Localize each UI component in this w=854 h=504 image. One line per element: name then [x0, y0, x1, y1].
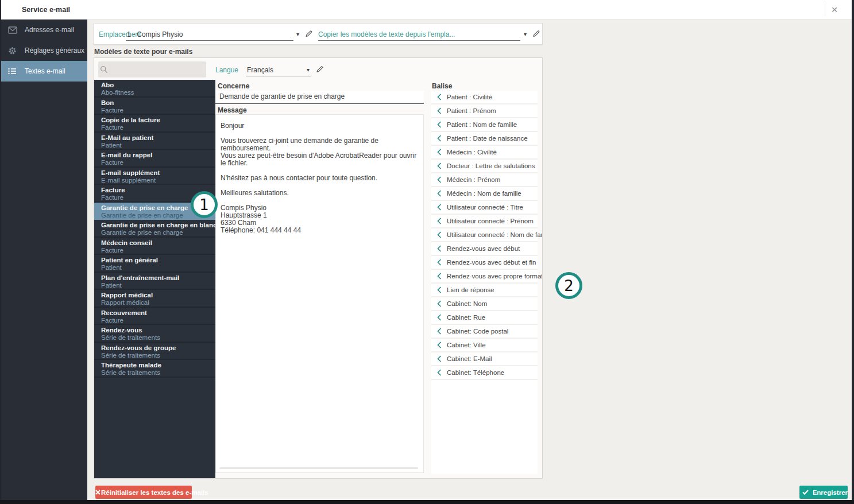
template-list-item[interactable]: Copie de la facture Facture: [94, 115, 215, 133]
balise-item[interactable]: Rendez-vous avec début et fin: [431, 256, 538, 270]
chevron-left-icon: [437, 328, 442, 335]
save-button-label: Enregistrer: [813, 489, 848, 496]
chevron-left-icon: [437, 355, 442, 362]
langue-dropdown[interactable]: Français: [247, 66, 273, 74]
chevron-left-icon: [437, 286, 442, 293]
template-list-item[interactable]: Rendez-vous Série de traitements: [94, 325, 215, 343]
cross-icon: [95, 488, 101, 497]
balise-label: Lien de réponse: [447, 286, 494, 293]
chevron-down-icon[interactable]: ▾: [307, 67, 310, 73]
balise-item[interactable]: Utilisateur connecté : Prénom: [431, 215, 538, 228]
template-title: Médecin conseil: [101, 239, 215, 247]
search-input[interactable]: [110, 61, 206, 77]
template-list-item[interactable]: Plan d'entraînement-mail Patient: [94, 273, 215, 290]
template-subtitle: Patient: [101, 282, 215, 289]
balise-item[interactable]: Cabinet: Nom: [431, 297, 538, 311]
balise-item[interactable]: Cabinet: E-Mail: [431, 352, 538, 366]
template-subtitle: E-mail supplément: [101, 177, 215, 184]
balise-label: Cabinet: Téléphone: [447, 369, 504, 376]
template-list-item[interactable]: Rendez-vous de groupe Série de traitemen…: [94, 343, 215, 360]
balise-label: Cabinet: Nom: [447, 300, 487, 307]
balise-label: Docteur : Lettre de salutations: [447, 162, 535, 169]
search-icon: [98, 64, 110, 75]
annotation-circle-2: 2: [555, 272, 582, 299]
balise-item[interactable]: Cabinet: Rue: [431, 311, 538, 325]
balise-item[interactable]: Rendez-vous avec propre format: [431, 270, 538, 284]
message-editor[interactable]: Bonjour Vous trouverez ci-joint une dema…: [215, 114, 424, 473]
emplacement-dropdown[interactable]: 1 - Compis Physio: [127, 30, 183, 38]
balise-item[interactable]: Patient : Nom de famille: [431, 118, 538, 132]
balise-item[interactable]: Patient : Date de naissance: [431, 132, 538, 146]
balise-item[interactable]: Patient : Prénom: [431, 104, 538, 118]
balise-label: Patient : Civilité: [447, 94, 492, 100]
sidebar-item-adresses-email[interactable]: Adresses e-mail: [0, 20, 87, 40]
template-list-item[interactable]: Rapport médical Rapport médical: [94, 290, 215, 308]
edit-pencil-icon[interactable]: [305, 30, 312, 37]
template-title: Garantie de prise en charge en blanc: [101, 222, 215, 229]
balise-item[interactable]: Patient : Civilité: [431, 91, 538, 104]
langue-label: Langue: [215, 66, 238, 74]
sidebar-item-reglages-generaux[interactable]: Réglages généraux: [0, 40, 87, 61]
template-list-item[interactable]: Recouvrement Facture: [94, 308, 215, 325]
balise-label: Cabinet: Ville: [447, 342, 486, 348]
balise-label: Utilisateur connecté : Titre: [447, 204, 523, 211]
template-list-item[interactable]: Médecin conseil Facture: [94, 238, 215, 255]
template-list-item[interactable]: E-mail du rappel Facture: [94, 150, 215, 168]
chevron-left-icon: [437, 231, 442, 238]
chevron-left-icon: [437, 135, 442, 142]
template-title: Copie de la facture: [101, 117, 215, 124]
balise-item[interactable]: Cabinet: Code postal: [431, 325, 538, 339]
reset-email-texts-button[interactable]: Réinitialiser les textes des e-mails: [95, 486, 192, 499]
template-list-item[interactable]: Thérapeute malade Série de traitements: [94, 360, 215, 378]
template-subtitle: Patient: [101, 142, 215, 149]
balise-item[interactable]: Utilisateur connecté : Titre: [431, 201, 538, 215]
balise-list: Patient : Civilité Patient : Prénom Pati…: [431, 91, 538, 474]
template-list-item[interactable]: E-Mail au patient Patient: [94, 133, 215, 150]
balise-item[interactable]: Médecin : Prénom: [431, 173, 538, 187]
balise-item[interactable]: Cabinet: Ville: [431, 339, 538, 352]
template-list-item[interactable]: Abo Abo-fitness: [94, 80, 215, 98]
chevron-left-icon: [437, 204, 442, 211]
template-subtitle: Facture: [101, 247, 215, 254]
template-title: Recouvrement: [101, 309, 215, 317]
chevron-down-icon[interactable]: ▾: [524, 31, 527, 37]
envelope-icon: [8, 26, 18, 34]
chevron-left-icon: [437, 190, 442, 197]
edit-pencil-icon[interactable]: [532, 30, 540, 37]
chevron-down-icon[interactable]: ▾: [296, 31, 299, 37]
copy-templates-dropdown[interactable]: Copier les modèles de texte depuis l'emp…: [318, 30, 455, 38]
template-subtitle: Patient: [101, 264, 215, 272]
panel-title: Modèles de texte pour e-mails: [94, 48, 192, 56]
close-icon[interactable]: ×: [827, 2, 842, 17]
chevron-left-icon: [437, 94, 442, 100]
balise-item[interactable]: Cabinet: Téléphone: [431, 366, 538, 380]
template-subtitle: Garantie de prise en charge: [101, 229, 215, 237]
balise-item[interactable]: Lien de réponse: [431, 284, 538, 297]
chevron-left-icon: [437, 162, 442, 169]
template-subtitle: Facture: [101, 317, 215, 324]
balise-label: Rendez-vous avec début: [447, 245, 520, 252]
balise-item[interactable]: Médecin : Nom de famille: [431, 187, 538, 201]
balise-label: Cabinet: E-Mail: [447, 355, 492, 362]
chevron-left-icon: [437, 218, 442, 224]
horizontal-scrollbar[interactable]: [219, 467, 418, 469]
balise-label: Rendez-vous avec propre format: [447, 273, 543, 280]
concerne-label: Concerne: [218, 82, 249, 90]
template-list-item[interactable]: Patient en général Patient: [94, 255, 215, 273]
balise-label: Patient : Date de naissance: [447, 135, 528, 142]
balise-label: Médecin : Civilité: [447, 149, 497, 156]
balise-item[interactable]: Rendez-vous avec début: [431, 242, 538, 256]
balise-item[interactable]: Docteur : Lettre de salutations: [431, 160, 538, 173]
template-list-item[interactable]: Garantie de prise en charge en blanc Gar…: [94, 220, 215, 238]
save-button[interactable]: Enregistrer: [799, 486, 848, 499]
template-title: Rendez-vous: [101, 327, 215, 334]
edit-pencil-icon[interactable]: [316, 65, 323, 73]
template-list-item[interactable]: E-mail supplément E-mail supplément: [94, 168, 215, 185]
balise-item[interactable]: Utilisateur connecté : Nom de famille: [431, 228, 538, 242]
template-list-item[interactable]: Bon Facture: [94, 98, 215, 115]
sidebar-item-label: Adresses e-mail: [25, 26, 74, 34]
concerne-input[interactable]: [215, 91, 424, 104]
sidebar-item-textes-email[interactable]: Textes e-mail: [0, 61, 87, 82]
balise-item[interactable]: Médecin : Civilité: [431, 146, 538, 160]
template-subtitle: Facture: [101, 159, 215, 166]
